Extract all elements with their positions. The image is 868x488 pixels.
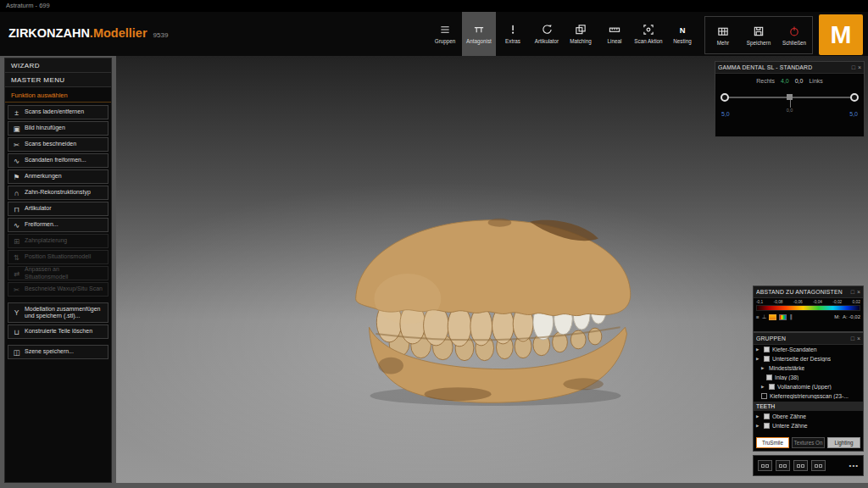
- sidebar-item-scans-beschneiden[interactable]: ✂ Scans beschneiden: [8, 137, 108, 152]
- tooth-placement-icon: ⊞: [12, 237, 21, 246]
- sidebar-item-label: Freiformen...: [25, 221, 58, 228]
- chevron-right-icon[interactable]: ▶: [761, 385, 766, 389]
- tree-item-kieferregistrierungsscan[interactable]: Kieferregistrierungsscan (23-...: [754, 391, 863, 401]
- sidebar-item-freiformen[interactable]: ∿ Freiformen...: [8, 218, 108, 232]
- rainbow-mode-button[interactable]: [779, 314, 787, 320]
- pin-icon[interactable]: □: [851, 336, 854, 341]
- gamma-slider[interactable]: 0,0: [721, 86, 859, 111]
- chevron-right-icon[interactable]: ▶: [756, 347, 761, 352]
- sidebar-item-scandaten-freiformen[interactable]: ∿ Scandaten freiformen...: [8, 153, 108, 168]
- tick-label: 0,02: [853, 300, 860, 304]
- gruppen-panel-title: GRUPPEN: [756, 336, 849, 341]
- sidebar-item-szene-speichern[interactable]: ◫ Szene speichern...: [8, 345, 108, 359]
- toolbar-button-extras[interactable]: Extras: [496, 12, 530, 56]
- textures-on-button[interactable]: Textures On: [792, 437, 825, 448]
- square-icon: [765, 464, 769, 468]
- tree-item-vollanatomie[interactable]: ▶ Vollanatomie (Upper): [754, 382, 863, 391]
- slider-handle-right[interactable]: [850, 93, 859, 102]
- toolbar-button-label: Antagonist: [466, 38, 492, 44]
- toolbar-button-matching[interactable]: Matching: [564, 12, 598, 56]
- gamma-right-limit: 5,0: [849, 111, 858, 117]
- sidebar-item-zahn-rekonstruktionstyp[interactable]: ∩ Zahn-Rekonstruktionstyp: [8, 186, 108, 200]
- mehr-button[interactable]: Mehr: [705, 17, 741, 53]
- window-title: Astraturm - 699: [6, 2, 50, 9]
- more-options-button[interactable]: •••: [849, 462, 859, 469]
- sidebar-item-bild-hinzufuegen[interactable]: ▣ Bild hinzufügen: [8, 121, 108, 136]
- schliessen-button-label: Schließen: [782, 40, 806, 46]
- master-menu-header[interactable]: MASTER MENU: [5, 73, 111, 87]
- sidebar-item-label: Beschneide Waxup/Situ Scan: [25, 286, 103, 292]
- tick-label: -0,08: [774, 300, 783, 304]
- sidebar-item-anmerkungen[interactable]: ⚑ Anmerkungen: [8, 169, 108, 184]
- sidebar-item-label: Bild hinzufügen: [25, 125, 65, 131]
- abstand-panel-titlebar: ABSTAND ZU ANTAGONISTEN □ ×: [754, 286, 863, 298]
- links-label: Links: [809, 78, 822, 84]
- chevron-right-icon[interactable]: ▶: [756, 424, 761, 428]
- extras-icon: [507, 24, 519, 36]
- tree-item-untere-zaehne[interactable]: ▶ Untere Zähne: [754, 421, 863, 430]
- toolbar-button-scan-aktion[interactable]: Scan Aktion: [632, 12, 665, 56]
- view-toggle-button-1[interactable]: [758, 460, 772, 471]
- toolbar-button-lineal[interactable]: Lineal: [598, 12, 632, 56]
- save-disk-icon: [753, 25, 765, 37]
- toolbar-button-artikulator[interactable]: Artikulator: [530, 12, 564, 56]
- sidebar-item-scans-laden[interactable]: ± Scans laden/entfernen: [8, 105, 108, 119]
- sidebar-item-teile-loeschen[interactable]: ⊔ Konstruierte Teile löschen: [8, 324, 108, 339]
- measure-icon[interactable]: ⊥: [762, 313, 767, 320]
- visibility-checkbox[interactable]: [764, 423, 770, 429]
- sidebar-item-label: Zahn-Rekonstruktionstyp: [25, 189, 91, 196]
- pause-icon[interactable]: ∥: [789, 313, 792, 320]
- teeth-section-header[interactable]: TEETH: [754, 402, 863, 411]
- app-logo: ZIRKONZAHN.Modellier 9539: [8, 26, 168, 40]
- square-icon: [761, 464, 765, 468]
- zirkonzahn-m-logo[interactable]: M: [819, 14, 863, 55]
- visibility-checkbox[interactable]: [764, 413, 770, 419]
- distance-colormap-bar[interactable]: [756, 305, 860, 311]
- speichern-button[interactable]: Speichern: [741, 17, 776, 53]
- chevron-right-icon[interactable]: ▶: [761, 366, 766, 370]
- gamma-panel-title: GAMMA DENTAL SL - STANDARD: [718, 64, 849, 70]
- trusmile-button[interactable]: TruSmile: [756, 437, 789, 448]
- matching-icon: [575, 24, 587, 36]
- close-icon[interactable]: ×: [857, 289, 860, 295]
- toolbar-button-nesting[interactable]: N Nesting: [665, 12, 699, 56]
- toolbar-button-antagonist[interactable]: Antagonist: [462, 12, 496, 56]
- layers-icon[interactable]: ≡: [756, 314, 760, 320]
- slider-handle-left[interactable]: [721, 93, 729, 102]
- visibility-checkbox[interactable]: [761, 393, 767, 399]
- visibility-checkbox[interactable]: [769, 384, 775, 390]
- chevron-right-icon[interactable]: ▶: [756, 357, 761, 361]
- pin-icon[interactable]: □: [851, 289, 854, 295]
- tree-item-unterseite-designs[interactable]: ▶ Unterseite der Designs: [754, 354, 863, 363]
- visibility-checkbox[interactable]: [766, 374, 772, 380]
- wizard-header[interactable]: WIZARD: [5, 58, 111, 73]
- close-icon[interactable]: ×: [858, 64, 861, 70]
- secondary-toolbar: Mehr Speichern Schließen: [704, 16, 813, 54]
- tree-item-label: Mindeststärke: [769, 365, 804, 371]
- chevron-right-icon[interactable]: ▶: [756, 414, 761, 419]
- slider-handle-center[interactable]: [787, 94, 793, 100]
- function-section-label: Funktion auswählen: [5, 87, 111, 103]
- solid-color-mode-button[interactable]: [769, 314, 776, 320]
- tree-item-obere-zaehne[interactable]: ▶ Obere Zähne: [754, 412, 863, 421]
- tree-item-kiefer-scandaten[interactable]: ▶ Kiefer-Scandaten: [754, 345, 863, 354]
- sidebar-item-artikulator[interactable]: ⊓ Artikulator: [8, 202, 108, 216]
- close-icon[interactable]: ×: [857, 336, 860, 341]
- a-value-label: A: -0,02: [843, 314, 860, 319]
- toolbar-button-gruppen[interactable]: Gruppen: [428, 12, 462, 56]
- sidebar-item-modellation-speichern[interactable]: Y Modellation zusammenfügen und speicher…: [8, 302, 108, 323]
- tree-item-mindeststaerke[interactable]: ▶ Mindeststärke: [754, 363, 863, 373]
- view-toggle-button-4[interactable]: [811, 460, 826, 471]
- pin-icon[interactable]: □: [852, 64, 855, 70]
- view-toggle-button-3[interactable]: [793, 460, 808, 471]
- antagonist-icon: [473, 24, 485, 36]
- schliessen-button[interactable]: Schließen: [776, 17, 812, 53]
- lighting-button[interactable]: Lighting: [827, 437, 860, 448]
- visibility-checkbox[interactable]: [764, 347, 770, 352]
- abstand-panel: ABSTAND ZU ANTAGONISTEN □ × -0,1 -0,08 -…: [753, 286, 864, 332]
- tree-item-inlay[interactable]: Inlay (38): [754, 373, 863, 382]
- tree-item-label: Inlay (38): [775, 374, 798, 380]
- distance-tick-labels: -0,1 -0,08 -0,06 -0,04 -0,02 0,02: [754, 298, 863, 305]
- visibility-checkbox[interactable]: [764, 356, 770, 362]
- view-toggle-button-2[interactable]: [776, 460, 790, 471]
